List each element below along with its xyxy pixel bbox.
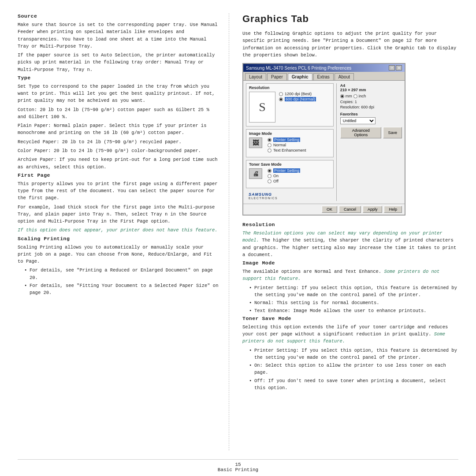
- radio-printer-setting-toner[interactable]: [268, 169, 271, 173]
- image-mode-icon: 🖼: [249, 138, 262, 148]
- label-text-enhance: Text Enhancement: [273, 148, 306, 152]
- dialog-footer: OK Cancel Apply Help: [243, 204, 405, 215]
- image-mode-group: Image Mode 🖼 Printer Setting: [246, 129, 334, 157]
- type-para-5: Color Paper: 20 lb to 24 lb (75~90 g/m²)…: [18, 147, 220, 154]
- tab-graphic[interactable]: Graphic: [288, 73, 312, 80]
- radio-text-enhance[interactable]: [268, 149, 271, 152]
- resolution-section-text: The Resolution options you can select ma…: [242, 230, 458, 258]
- radio-mm[interactable]: [340, 94, 344, 98]
- heading-image-mode: Image Mode: [242, 260, 458, 266]
- scaling-bullet-2: For details, see "Fitting Your Document …: [24, 282, 220, 297]
- samsung-logo-area: SAMSUNG ELECTRONICS: [246, 191, 334, 201]
- toner-group: Toner Save Mode 🖨 Printer Setting: [246, 160, 334, 188]
- toner-options: Printer Setting On Off: [268, 168, 300, 184]
- scaling-bullet-1: For details, see "Printing a Reduced or …: [24, 267, 220, 281]
- dialog-titlebar: Samsung ML-3470 Series PCL 6 Printing Pr…: [243, 64, 405, 72]
- apply-btn[interactable]: Apply: [363, 206, 383, 213]
- footer-divider: [18, 459, 458, 460]
- save-btn[interactable]: Save: [383, 127, 402, 138]
- radio-1200[interactable]: [279, 92, 283, 96]
- page: Source Make sure that Source is set to t…: [0, 0, 476, 476]
- toner-save-bullets: Printer Setting: If you select this opti…: [249, 347, 458, 392]
- image-mode-bullet-2: Normal: This setting is for normal docum…: [249, 299, 458, 306]
- toner-save-intro: Selecting this option extends the life o…: [242, 324, 458, 345]
- radio-normal-img[interactable]: [268, 143, 271, 147]
- preview-box: S: [249, 92, 275, 123]
- favorites-label: Favorites: [340, 112, 402, 116]
- dialog-help-btn[interactable]: ?: [389, 65, 395, 71]
- image-mode-row: 🖼 Printer Setting Normal: [249, 138, 331, 153]
- advanced-save-row: Advanced Options Save: [340, 127, 402, 138]
- dialog-body: Resolution S 1200 dpi (Best): [243, 81, 405, 204]
- image-mode-options: Printer Setting Normal Text Enhancement: [268, 138, 306, 153]
- toner-save-bullet-3: Off: If you don't need to save toner whe…: [249, 377, 458, 392]
- heading-toner-save: Toner Save Mode: [242, 316, 458, 321]
- first-page-para-1: This property allows you to print the fi…: [18, 180, 220, 202]
- paper-size-info: A4210 × 297 mm: [340, 83, 402, 92]
- titlebar-controls: ? ✕: [389, 65, 402, 71]
- image-mode-text-enhance[interactable]: Text Enhancement: [268, 148, 306, 152]
- resolution-option-1200[interactable]: 1200 dpi (Best): [279, 92, 316, 96]
- heading-scaling: Scaling Printing: [18, 236, 220, 242]
- toner-icon: 🖨: [249, 168, 262, 179]
- radio-printer-setting-img[interactable]: [268, 138, 271, 142]
- label-printer-setting-img: Printer Setting: [273, 138, 300, 142]
- toner-save-bullet-1: Printer Setting: If you select this opti…: [249, 347, 458, 361]
- section-resolution: Resolution The Resolution options you ca…: [242, 222, 458, 258]
- copies-info: Copies: 1: [340, 100, 402, 104]
- favorites-row: Untitled: [340, 117, 402, 124]
- label-mm: mm: [346, 94, 352, 98]
- toner-row: 🖨 Printer Setting On: [249, 168, 331, 184]
- dialog-close-btn[interactable]: ✕: [396, 65, 402, 71]
- resolution-para: The higher the setting, the sharper the …: [242, 238, 456, 257]
- type-para-2: Cotton: 20 lb to 24 lb (75~90 g/m²) cott…: [18, 106, 220, 121]
- toner-printer-setting[interactable]: Printer Setting: [268, 168, 300, 173]
- resolution-row: S 1200 dpi (Best) 600 dpi (: [249, 92, 331, 123]
- tab-about[interactable]: About: [335, 73, 354, 80]
- intro-text: Use the following Graphic options to adj…: [242, 30, 458, 59]
- tab-paper[interactable]: Paper: [267, 73, 287, 80]
- image-mode-normal[interactable]: Normal: [268, 143, 306, 147]
- ok-btn[interactable]: OK: [322, 206, 337, 213]
- preview-letter: S: [259, 100, 266, 114]
- cancel-btn[interactable]: Cancel: [339, 206, 361, 213]
- section-toner-save: Toner Save Mode Selecting this option ex…: [242, 316, 458, 391]
- section-scaling: Scaling Printing Scaling Printing allows…: [18, 236, 220, 297]
- favorites-select[interactable]: Untitled: [340, 117, 376, 124]
- label-toner-off: Off: [273, 179, 279, 183]
- samsung-sub: ELECTRONICS: [249, 197, 278, 200]
- image-mode-bullets: Printer Setting: If you select this opti…: [249, 284, 458, 315]
- radio-toner-on[interactable]: [268, 174, 271, 178]
- label-toner-on: On: [273, 174, 279, 178]
- tab-extras[interactable]: Extras: [313, 73, 334, 80]
- type-para-6: Archive Paper: If you need to keep print…: [18, 156, 220, 171]
- section-type: Type Set Type to correspond to the paper…: [18, 75, 220, 171]
- samsung-logo: SAMSUNG: [249, 192, 278, 197]
- first-page-para-2: For example, load thick stock for the fi…: [18, 204, 220, 225]
- unit-row: mm inch: [340, 94, 402, 98]
- type-para-1: Set Type to correspond to the paper load…: [18, 83, 220, 104]
- resolution-option-600[interactable]: 600 dpi (Normal): [279, 97, 316, 101]
- source-para-2: If the paper source is set to Auto Selec…: [18, 52, 220, 73]
- left-column: Source Make sure that Source is set to t…: [18, 13, 229, 450]
- section-image-mode: Image Mode The available options are Nor…: [242, 260, 458, 315]
- scaling-para-1: Scaling Printing allows you to automatic…: [18, 244, 220, 265]
- help-btn[interactable]: Help: [384, 206, 402, 213]
- radio-inch[interactable]: [353, 94, 357, 98]
- advanced-options-btn[interactable]: Advanced Options: [340, 127, 382, 138]
- image-mode-printer-setting[interactable]: Printer Setting: [268, 138, 306, 142]
- image-mode-para: The available options are Normal and Tex…: [242, 269, 381, 274]
- resolution-info: Resolution: 600 dpi: [340, 105, 402, 109]
- dialog-tabs: Layout Paper Graphic Extras About: [243, 72, 405, 81]
- source-para-1: Make sure that Source is set to the corr…: [18, 21, 220, 50]
- tab-layout[interactable]: Layout: [245, 73, 266, 80]
- section-source: Source Make sure that Source is set to t…: [18, 13, 220, 73]
- radio-600[interactable]: [279, 97, 283, 101]
- radio-toner-off[interactable]: [268, 179, 271, 183]
- type-para-3: Plain Paper: Normal plain paper. Select …: [18, 122, 220, 137]
- label-normal-img: Normal: [273, 143, 286, 147]
- toner-off[interactable]: Off: [268, 179, 300, 183]
- toner-group-title: Toner Save Mode: [249, 162, 331, 167]
- toner-on[interactable]: On: [268, 174, 300, 178]
- heading-first-page: First Page: [18, 172, 220, 178]
